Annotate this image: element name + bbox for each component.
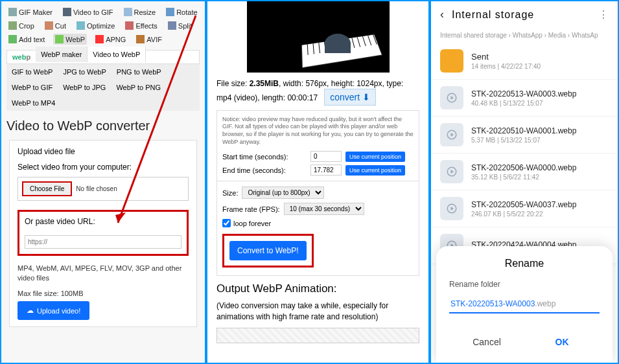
tool-apng[interactable]: APNG <box>93 34 128 45</box>
storage-title: Internal storage <box>452 9 590 21</box>
conv-tab[interactable]: PNG to WebP <box>111 64 167 80</box>
toolbar: GIF MakerVideo to GIFResizeRotateCropCut… <box>6 6 200 45</box>
url-section: Or paste video URL: <box>18 210 189 256</box>
convert-highlight: Convert to WebP! <box>222 234 314 267</box>
conv-tab[interactable]: WebP to MP4 <box>6 95 60 111</box>
file-item[interactable]: STK-20220510-WA0001.webp5.37 MB | 5/13/2… <box>431 117 618 154</box>
svg-marker-7 <box>451 133 454 137</box>
use-position-end-button[interactable]: Use current position <box>345 165 405 176</box>
more-icon[interactable]: ⋮ <box>598 8 609 21</box>
tool-effects[interactable]: Effects <box>123 20 159 31</box>
nav-tab[interactable]: Video to WebP <box>88 47 146 62</box>
tool-cut[interactable]: Cut <box>43 20 68 31</box>
tool-video-to-gif[interactable]: Video to GIF <box>61 6 115 17</box>
download-icon: ⬇ <box>362 92 370 102</box>
url-label: Or paste video URL: <box>25 217 181 226</box>
tool-avif[interactable]: AVIF <box>134 34 164 45</box>
webp-file-icon <box>440 123 463 146</box>
webp-file-icon <box>440 197 463 220</box>
fps-label: Frame rate (FPS): <box>222 205 280 213</box>
tool-icon <box>95 35 104 43</box>
ezgif-panel: GIF MakerVideo to GIFResizeRotateCropCut… <box>1 1 207 363</box>
output-heading: Output WebP Animation: <box>216 282 419 295</box>
rename-dialog: Rename Rename folder STK-20220513-WA0003… <box>436 246 613 363</box>
start-time-label: Start time (seconds): <box>222 153 307 161</box>
tool-gif-maker[interactable]: GIF Maker <box>6 6 54 17</box>
mobile-file-browser: ‹ Internal storage ⋮ Internal shared sto… <box>431 1 618 363</box>
cloud-upload-icon: ☁ <box>27 306 34 315</box>
max-size-note: Max file size: 100MB <box>18 289 189 299</box>
conv-tab[interactable]: GIF to WebP <box>6 64 58 80</box>
upload-button[interactable]: ☁ Upload video! <box>18 301 89 320</box>
svg-marker-9 <box>451 170 454 174</box>
conversion-tabs: GIF to WebPJPG to WebPPNG to WebPWebP to… <box>6 64 200 111</box>
size-select[interactable]: Original (up to 800px) <box>242 187 324 199</box>
tool-icon <box>8 21 17 30</box>
file-item[interactable]: STK-20220513-WA0003.webp40.48 KB | 5/13/… <box>431 80 618 117</box>
formats-note: MP4, WebM, AVI, MPEG, FLV, MOV, 3GP and … <box>18 264 189 284</box>
file-metadata: File size: 2.35MiB, width: 576px, height… <box>216 78 419 105</box>
conv-tab[interactable]: WebP to PNG <box>111 80 166 95</box>
tool-webp[interactable]: WebP <box>53 34 87 45</box>
select-label: Select video from your computer: <box>18 163 189 172</box>
page-title: Video to WebP converter <box>6 119 200 133</box>
tool-split[interactable]: Split <box>166 20 194 31</box>
webp-file-icon <box>440 86 463 109</box>
loop-checkbox[interactable] <box>222 219 231 227</box>
svg-marker-5 <box>451 96 454 100</box>
tool-icon <box>45 21 53 30</box>
size-label: Size: <box>222 189 238 197</box>
nav-tab[interactable]: WebP maker <box>36 47 88 62</box>
tool-resize[interactable]: Resize <box>122 6 158 17</box>
tool-icon <box>8 35 17 43</box>
conv-tab[interactable]: WebP to JPG <box>58 80 111 95</box>
tool-icon <box>166 8 174 16</box>
end-time-input[interactable] <box>310 165 342 176</box>
output-placeholder <box>216 328 419 343</box>
conv-tab[interactable]: WebP to GIF <box>6 80 58 95</box>
breadcrumb[interactable]: Internal shared storage › WhatsApp › Med… <box>431 28 618 43</box>
tool-crop[interactable]: Crop <box>6 20 36 31</box>
video-preview[interactable] <box>247 1 390 73</box>
file-item[interactable]: STK-20220506-WA0000.webp35.12 KB | 5/6/2… <box>431 154 618 190</box>
mobile-header: ‹ Internal storage ⋮ <box>431 1 618 28</box>
rename-input[interactable]: STK-20220513-WA0003.webp <box>449 295 600 313</box>
tool-icon <box>55 35 64 43</box>
convert-button[interactable]: Convert to WebP! <box>229 241 307 260</box>
cancel-button[interactable]: Cancel <box>449 330 524 354</box>
tool-rotate[interactable]: Rotate <box>164 6 199 17</box>
tool-icon <box>136 35 145 43</box>
tool-icon <box>8 8 17 16</box>
convert-link[interactable]: convert ⬇ <box>324 89 376 106</box>
dialog-title: Rename <box>449 258 600 269</box>
tool-icon <box>76 21 85 30</box>
conv-tab[interactable]: JPG to WebP <box>58 64 111 80</box>
webp-file-icon <box>440 160 463 183</box>
no-file-text: No file chosen <box>76 185 117 192</box>
folder-item[interactable]: Sent14 items | 4/22/22 17:40 <box>431 43 618 80</box>
back-icon[interactable]: ‹ <box>440 8 444 21</box>
choose-file-button[interactable]: Choose File <box>22 181 72 196</box>
tool-add-text[interactable]: Add text <box>6 34 47 45</box>
options-box: Notice: video preview may have reduced q… <box>216 110 419 277</box>
dialog-label: Rename folder <box>449 280 600 289</box>
start-time-input[interactable] <box>310 151 342 162</box>
webp-logo: webp <box>7 51 36 63</box>
end-time-label: End time (seconds): <box>222 166 307 174</box>
upload-box: Upload video file Select video from your… <box>9 140 197 327</box>
output-note: (Video conversion may take a while, espe… <box>216 301 419 323</box>
tool-icon <box>63 8 71 16</box>
tool-icon <box>124 8 132 16</box>
webp-nav: webp WebP makerVideo to WebP <box>6 50 200 64</box>
ok-button[interactable]: OK <box>524 330 600 354</box>
use-position-start-button[interactable]: Use current position <box>345 152 405 162</box>
svg-marker-11 <box>451 207 454 210</box>
file-item[interactable]: STK-20220505-WA0037.webp246.07 KB | 5/5/… <box>431 190 618 227</box>
file-picker-row: Choose File No file chosen <box>18 177 189 201</box>
tool-optimize[interactable]: Optimize <box>75 20 117 31</box>
fps-select[interactable]: 10 (max 30 seconds) <box>284 203 364 215</box>
converter-panel: File size: 2.35MiB, width: 576px, height… <box>207 1 431 363</box>
loop-label: loop forever <box>233 220 271 227</box>
url-input[interactable] <box>25 235 181 249</box>
tool-icon <box>168 21 176 30</box>
